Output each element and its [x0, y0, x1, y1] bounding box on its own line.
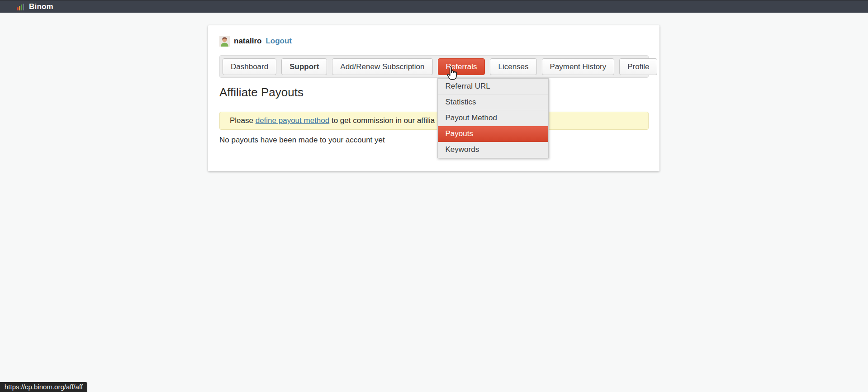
- dashboard-button[interactable]: Dashboard: [223, 58, 276, 75]
- brand-title: Binom: [29, 2, 53, 11]
- status-url-tooltip: https://cp.binom.org/aff/aff: [0, 382, 87, 392]
- nav-item-licenses: Licenses: [490, 58, 536, 75]
- referrals-button[interactable]: Referrals: [438, 58, 485, 75]
- notice-text-suffix: to get commission in our affilia: [329, 116, 435, 125]
- logout-link[interactable]: Logout: [266, 37, 292, 46]
- username: nataliro: [234, 37, 261, 46]
- menu-item-payout-method[interactable]: Payout Method: [438, 110, 548, 126]
- nav-item-subscription: Add/Renew Subscription: [332, 58, 432, 75]
- nav-item-profile: Profile: [619, 58, 657, 75]
- page-title: Affiliate Payouts: [219, 85, 304, 99]
- nav-item-payment-history: Payment History: [542, 58, 615, 75]
- user-row: nataliro Logout: [219, 35, 292, 47]
- menu-item-keywords[interactable]: Keywords: [438, 142, 548, 158]
- payment-history-button[interactable]: Payment History: [542, 58, 615, 75]
- menu-item-payouts[interactable]: Payouts: [438, 126, 548, 142]
- nav-item-dashboard: Dashboard: [223, 58, 276, 75]
- payout-method-notice: Please define payout method to get commi…: [219, 112, 649, 130]
- nav-item-support: Support: [281, 58, 327, 75]
- main-card: nataliro Logout Dashboard Support Add/Re…: [208, 25, 659, 171]
- add-renew-subscription-button[interactable]: Add/Renew Subscription: [332, 58, 432, 75]
- browser-tab-bar: Binom: [0, 0, 868, 13]
- notice-text-prefix: Please: [230, 116, 256, 125]
- main-nav: Dashboard Support Add/Renew Subscription…: [219, 55, 649, 78]
- define-payout-method-link[interactable]: define payout method: [256, 116, 330, 125]
- empty-payouts-message: No payouts have been made to your accoun…: [219, 136, 385, 145]
- profile-button[interactable]: Profile: [619, 58, 657, 75]
- menu-item-referral-url[interactable]: Referral URL: [438, 79, 548, 94]
- bar-chart-icon: [17, 3, 24, 10]
- licenses-button[interactable]: Licenses: [490, 58, 536, 75]
- menu-item-statistics[interactable]: Statistics: [438, 94, 548, 110]
- person-avatar-icon: [219, 36, 230, 47]
- nav-item-referrals: Referrals Referral URL Statistics Payout…: [438, 58, 485, 75]
- browser-tab-binom[interactable]: Binom: [17, 1, 53, 13]
- support-button[interactable]: Support: [281, 58, 327, 75]
- referrals-dropdown-menu: Referral URL Statistics Payout Method Pa…: [437, 78, 549, 158]
